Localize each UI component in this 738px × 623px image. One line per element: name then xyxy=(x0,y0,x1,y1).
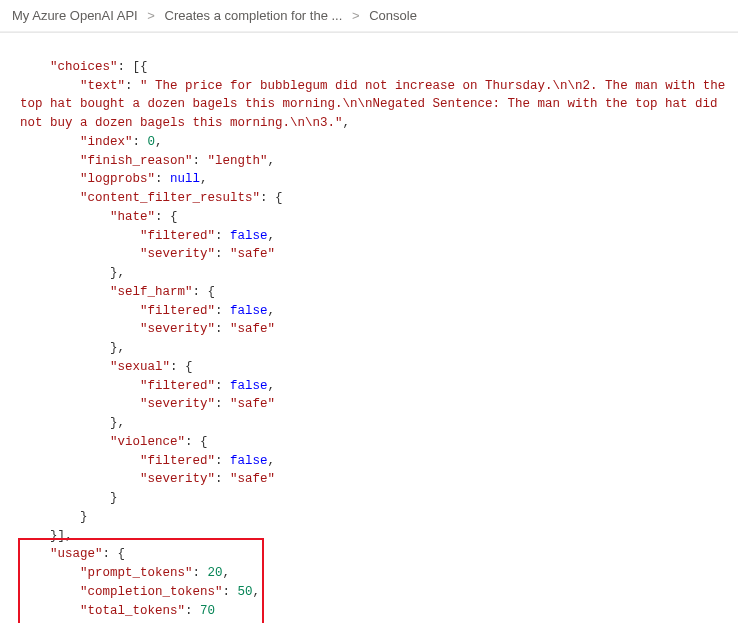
json-value-severity: "safe" xyxy=(230,247,275,261)
json-key-filtered: "filtered" xyxy=(140,229,215,243)
json-line: "logprobs": null, xyxy=(20,172,208,186)
json-line: "filtered": false, xyxy=(20,379,275,393)
json-value-filtered: false xyxy=(230,379,268,393)
json-line: }, xyxy=(20,416,125,430)
json-line: "violence": { xyxy=(20,435,208,449)
json-line: "filtered": false, xyxy=(20,454,275,468)
json-value-severity: "safe" xyxy=(230,472,275,486)
json-line: } xyxy=(20,491,118,505)
json-line: "severity": "safe" xyxy=(20,472,275,486)
json-line: "prompt_tokens": 20, xyxy=(20,566,230,580)
json-line: "severity": "safe" xyxy=(20,247,275,261)
json-key-filtered: "filtered" xyxy=(140,379,215,393)
json-key-severity: "severity" xyxy=(140,322,215,336)
json-line: "usage": { xyxy=(20,547,125,561)
json-line: "completion_tokens": 50, xyxy=(20,585,260,599)
json-key-total-tokens: "total_tokens" xyxy=(80,604,185,618)
breadcrumb-separator: > xyxy=(352,8,360,23)
json-value-logprobs: null xyxy=(170,172,200,186)
json-key-text: "text" xyxy=(80,79,125,93)
json-key-self-harm: "self_harm" xyxy=(110,285,193,299)
breadcrumb-item-operation[interactable]: Creates a completion for the ... xyxy=(165,8,343,23)
json-line: "content_filter_results": { xyxy=(20,191,283,205)
json-key-severity: "severity" xyxy=(140,247,215,261)
json-key-finish-reason: "finish_reason" xyxy=(80,154,193,168)
json-line: "total_tokens": 70 xyxy=(20,604,215,618)
json-value-severity: "safe" xyxy=(230,322,275,336)
json-line: "severity": "safe" xyxy=(20,322,275,336)
json-key-logprobs: "logprobs" xyxy=(80,172,155,186)
json-key-filtered: "filtered" xyxy=(140,304,215,318)
json-key-content-filter: "content_filter_results" xyxy=(80,191,260,205)
json-line: "text": " The price for bubblegum did no… xyxy=(20,79,733,131)
json-key-severity: "severity" xyxy=(140,472,215,486)
json-key-completion-tokens: "completion_tokens" xyxy=(80,585,223,599)
breadcrumb-item-api[interactable]: My Azure OpenAI API xyxy=(12,8,138,23)
json-line: }, xyxy=(20,341,125,355)
json-value-severity: "safe" xyxy=(230,397,275,411)
json-value-index: 0 xyxy=(148,135,156,149)
breadcrumb-separator: > xyxy=(147,8,155,23)
json-line: "index": 0, xyxy=(20,135,163,149)
json-line: }], xyxy=(20,529,73,543)
breadcrumb-item-console[interactable]: Console xyxy=(369,8,417,23)
json-key-sexual: "sexual" xyxy=(110,360,170,374)
json-response-viewer: "choices": [{ "text": " The price for bu… xyxy=(0,32,738,623)
json-line: "sexual": { xyxy=(20,360,193,374)
json-line: "self_harm": { xyxy=(20,285,215,299)
json-key-prompt-tokens: "prompt_tokens" xyxy=(80,566,193,580)
json-key-usage: "usage" xyxy=(50,547,103,561)
json-line: "choices": [{ xyxy=(20,60,148,74)
json-key-index: "index" xyxy=(80,135,133,149)
json-value-completion-tokens: 50 xyxy=(238,585,253,599)
json-value-filtered: false xyxy=(230,229,268,243)
json-value-finish-reason: "length" xyxy=(208,154,268,168)
breadcrumb: My Azure OpenAI API > Creates a completi… xyxy=(0,0,738,32)
json-line: "filtered": false, xyxy=(20,229,275,243)
json-value-filtered: false xyxy=(230,304,268,318)
json-value-total-tokens: 70 xyxy=(200,604,215,618)
json-key-violence: "violence" xyxy=(110,435,185,449)
json-line: }, xyxy=(20,266,125,280)
json-value-filtered: false xyxy=(230,454,268,468)
json-line: "filtered": false, xyxy=(20,304,275,318)
json-key-severity: "severity" xyxy=(140,397,215,411)
json-value-prompt-tokens: 20 xyxy=(208,566,223,580)
json-key-choices: "choices" xyxy=(50,60,118,74)
json-key-hate: "hate" xyxy=(110,210,155,224)
json-line: } xyxy=(20,510,88,524)
json-line: "hate": { xyxy=(20,210,178,224)
json-key-filtered: "filtered" xyxy=(140,454,215,468)
json-line: "finish_reason": "length", xyxy=(20,154,275,168)
json-line: "severity": "safe" xyxy=(20,397,275,411)
